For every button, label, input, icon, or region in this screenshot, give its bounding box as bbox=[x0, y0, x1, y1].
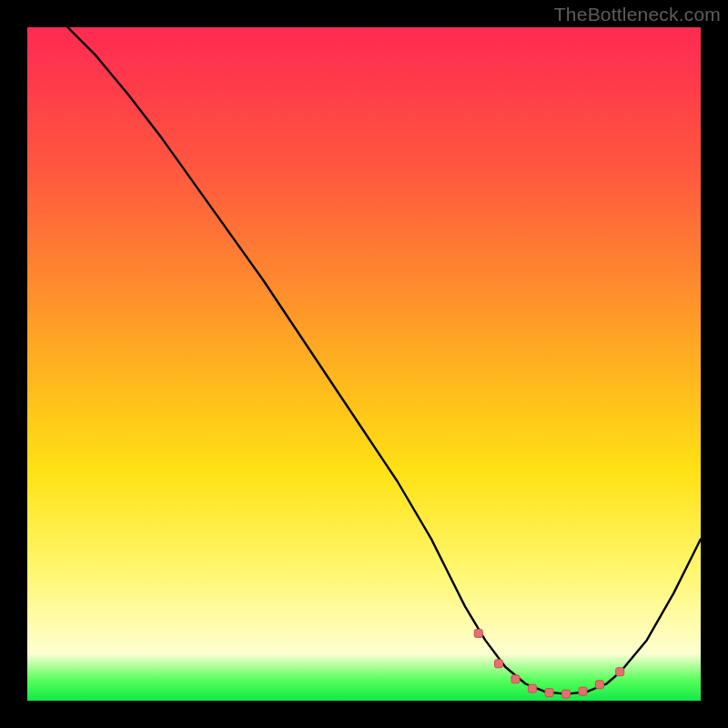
valley-marker bbox=[596, 681, 604, 689]
valley-marker bbox=[616, 668, 624, 676]
plot-area bbox=[27, 27, 701, 701]
chart-frame: TheBottleneck.com bbox=[0, 0, 728, 728]
valley-marker bbox=[579, 687, 587, 695]
valley-marker bbox=[529, 684, 537, 693]
watermark-text: TheBottleneck.com bbox=[554, 4, 721, 25]
valley-markers bbox=[474, 630, 623, 699]
valley-marker bbox=[545, 689, 553, 697]
curve-layer bbox=[27, 27, 701, 701]
valley-marker bbox=[511, 675, 520, 683]
valley-marker bbox=[562, 690, 571, 698]
valley-marker bbox=[495, 660, 503, 668]
bottleneck-curve bbox=[67, 27, 701, 694]
valley-marker bbox=[474, 630, 482, 638]
